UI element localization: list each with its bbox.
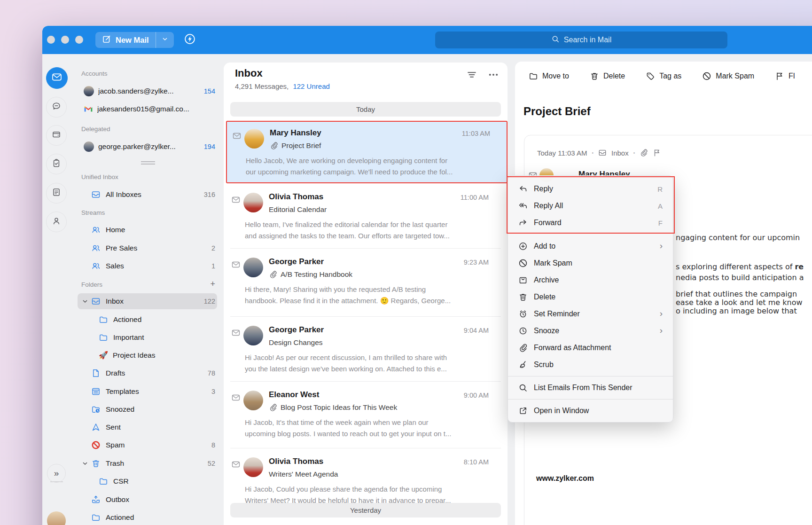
group-separator-today: Today bbox=[230, 102, 501, 117]
sidebar-account-gmail[interactable]: jakesanders015@gmail.co... bbox=[78, 102, 217, 117]
menu-item-forward-as-attachment[interactable]: Forward as Attachment bbox=[508, 339, 673, 356]
count: 78 bbox=[208, 369, 217, 377]
message-row[interactable]: Olivia Thomas 11:00 AM Editorial Calenda… bbox=[224, 184, 508, 249]
more-options-button[interactable] bbox=[488, 69, 499, 82]
rail-wallet-tab[interactable] bbox=[46, 125, 67, 146]
tag-as-button[interactable]: Tag as bbox=[646, 71, 681, 81]
sender-name: Eleanor West bbox=[269, 390, 319, 400]
people-icon bbox=[91, 243, 101, 253]
spam-no-entry-icon bbox=[91, 440, 101, 450]
chevron-down-icon bbox=[161, 35, 169, 45]
menu-divider bbox=[508, 399, 673, 400]
sidebar-stream-sales[interactable]: Sales 1 bbox=[78, 259, 217, 274]
sidebar-folder-outbox[interactable]: Outbox bbox=[78, 492, 217, 507]
folder-icon bbox=[99, 333, 108, 342]
email-folder[interactable]: Inbox bbox=[611, 149, 629, 157]
sidebar-folder-snoozed[interactable]: Snoozed bbox=[78, 402, 217, 417]
message-subject: Project Brief bbox=[281, 141, 321, 150]
rail-mail-tab[interactable] bbox=[46, 67, 68, 89]
unread-count[interactable]: 122 Unread bbox=[293, 82, 329, 90]
menu-item-reply[interactable]: Reply R bbox=[508, 180, 673, 197]
folder-label: Drafts bbox=[106, 369, 208, 377]
message-subject: Writers' Meet Agenda bbox=[269, 470, 338, 478]
menu-item-mark-spam[interactable]: Mark Spam bbox=[508, 255, 673, 272]
sidebar-stream-pre-sales[interactable]: Pre Sales 2 bbox=[78, 241, 217, 256]
mark-spam-button[interactable]: Mark Spam bbox=[702, 71, 754, 81]
window-zoom-button[interactable] bbox=[75, 36, 83, 44]
sidebar-folder-trash[interactable]: Trash 52 bbox=[78, 456, 217, 471]
quick-actions-button[interactable] bbox=[182, 32, 197, 47]
rail-tasks-tab[interactable] bbox=[46, 154, 67, 174]
new-mail-button[interactable]: New Mail bbox=[95, 32, 156, 48]
trash-icon bbox=[590, 71, 599, 81]
sender-name: George Parker bbox=[269, 257, 324, 266]
body-text-fragment: ngaging content for our upcomin bbox=[676, 233, 800, 242]
sidebar-folder-project-ideas[interactable]: 🚀 Project Ideas bbox=[78, 348, 217, 363]
message-preview: Hi there, Mary! Sharing with you the req… bbox=[245, 284, 489, 306]
add-folder-button[interactable]: + bbox=[210, 279, 215, 289]
search-placeholder: Search in Mail bbox=[564, 36, 611, 44]
avatar bbox=[243, 326, 263, 345]
menu-item-scrub[interactable]: Scrub bbox=[508, 356, 673, 373]
count: 122 bbox=[204, 298, 217, 305]
menu-item-reply-all[interactable]: Reply All A bbox=[508, 197, 673, 214]
message-row[interactable]: George Parker 9:04 AM Design Changes Hi … bbox=[224, 317, 508, 382]
menu-item-delete[interactable]: Delete bbox=[508, 289, 673, 306]
row-divider bbox=[230, 248, 501, 249]
message-row-selected[interactable]: Mary Hansley 11:03 AM Project Brief Hell… bbox=[226, 121, 508, 183]
sidebar-folder-important[interactable]: Important bbox=[78, 330, 217, 345]
trash-icon bbox=[91, 459, 101, 468]
rail-contacts-tab[interactable] bbox=[46, 212, 67, 232]
flag-icon[interactable] bbox=[653, 149, 661, 157]
sidebar-folder-sent[interactable]: Sent bbox=[78, 420, 217, 435]
flag-button[interactable]: Fl bbox=[775, 71, 795, 81]
rail-chat-tab[interactable] bbox=[46, 97, 67, 118]
sender-name: Olivia Thomas bbox=[269, 192, 323, 202]
menu-item-snooze[interactable]: Snooze › bbox=[508, 322, 673, 339]
signature-link[interactable]: www.zylker.com bbox=[536, 474, 594, 483]
chevron-right-icon: › bbox=[660, 241, 663, 251]
menu-item-list-emails-from-sender[interactable]: List Emails From This Sender bbox=[508, 379, 673, 396]
attachment-icon[interactable] bbox=[640, 149, 648, 157]
flag-icon bbox=[775, 71, 784, 81]
menu-item-archive[interactable]: Archive bbox=[508, 272, 673, 289]
window-minimize-button[interactable] bbox=[61, 36, 69, 44]
mail-icon bbox=[51, 71, 62, 85]
delete-button[interactable]: Delete bbox=[590, 71, 625, 81]
move-to-button[interactable]: Move to bbox=[529, 71, 569, 81]
user-avatar[interactable] bbox=[47, 511, 66, 525]
envelope-icon bbox=[231, 393, 241, 404]
menu-item-open-in-window[interactable]: Open in Window bbox=[508, 402, 673, 419]
search-input[interactable]: Search in Mail bbox=[435, 31, 727, 48]
sidebar-account-george[interactable]: george.parker@zylker... 194 bbox=[78, 139, 217, 154]
menu-item-add-to[interactable]: Add to › bbox=[508, 238, 673, 255]
sidebar-folder-templates[interactable]: Templates 3 bbox=[78, 384, 217, 399]
rail-expand-button[interactable]: » bbox=[47, 464, 66, 483]
group-separator-yesterday: Yesterday bbox=[230, 503, 501, 517]
sidebar-folder-drafts[interactable]: Drafts 78 bbox=[78, 366, 217, 381]
sidebar-folder-spam[interactable]: Spam 8 bbox=[78, 438, 217, 453]
message-subject: A/B Testing Handbook bbox=[281, 270, 352, 279]
sidebar-folder-actioned-2[interactable]: Actioned bbox=[78, 510, 217, 525]
avatar bbox=[84, 86, 94, 96]
menu-item-set-reminder[interactable]: Set Reminder › bbox=[508, 306, 673, 322]
note-icon bbox=[52, 188, 61, 199]
row-divider bbox=[230, 316, 501, 317]
section-label-streams: Streams bbox=[81, 207, 105, 218]
message-row[interactable]: George Parker 9:23 AM A/B Testing Handbo… bbox=[224, 249, 508, 314]
window-close-button[interactable] bbox=[47, 36, 55, 44]
sidebar-folder-inbox[interactable]: Inbox 122 bbox=[78, 293, 217, 309]
message-row[interactable]: Eleanor West 9:00 AM Blog Post Topic Ide… bbox=[224, 382, 508, 447]
rail-notes-tab[interactable] bbox=[46, 183, 67, 204]
sidebar-folder-csr[interactable]: CSR bbox=[78, 474, 217, 489]
sidebar-account-jacob[interactable]: jacob.sanders@zylke... 154 bbox=[78, 84, 217, 99]
sidebar-folder-actioned[interactable]: Actioned bbox=[78, 312, 217, 327]
menu-item-forward[interactable]: Forward F bbox=[508, 214, 673, 231]
reply-icon bbox=[518, 184, 528, 194]
sidebar-item-all-inboxes[interactable]: All Inboxes 316 bbox=[78, 187, 217, 202]
folder-label: CSR bbox=[113, 477, 217, 486]
sidebar-drag-handle[interactable] bbox=[141, 161, 155, 166]
new-mail-dropdown-button[interactable] bbox=[156, 32, 174, 48]
filter-button[interactable] bbox=[466, 69, 477, 82]
sidebar-stream-home[interactable]: Home bbox=[78, 222, 217, 237]
